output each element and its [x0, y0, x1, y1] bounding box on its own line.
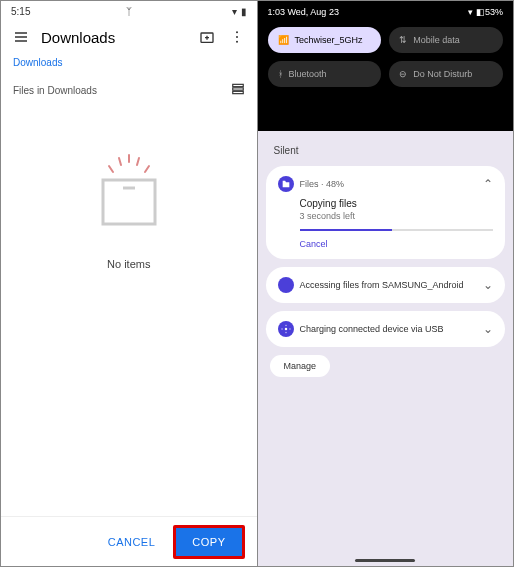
notif-text: Charging connected device via USB	[300, 324, 478, 334]
cancel-button[interactable]: CANCEL	[96, 528, 168, 556]
qs-bluetooth-tile[interactable]: ᚼ Bluetooth	[268, 61, 382, 87]
battery-text: 53%	[485, 7, 503, 17]
svg-rect-6	[232, 91, 243, 93]
bluetooth-icon: ᚼ	[278, 69, 283, 79]
usb-icon: ᛉ	[126, 6, 132, 17]
svg-point-2	[236, 36, 238, 38]
more-icon[interactable]	[227, 27, 247, 47]
copy-button[interactable]: COPY	[173, 525, 244, 559]
chevron-down-icon[interactable]: ⌄	[483, 278, 493, 292]
svg-point-3	[236, 41, 238, 43]
status-bar: 1:03 Wed, Aug 23 ▾ ◧53%	[268, 7, 504, 17]
silent-section-label: Silent	[266, 141, 506, 160]
notif-text: Accessing files from SAMSUNG_Android	[300, 280, 478, 290]
empty-folder-icon	[89, 148, 169, 238]
section-label: Files in Downloads	[13, 85, 97, 96]
svg-point-1	[236, 31, 238, 33]
qs-label: Bluetooth	[289, 69, 327, 79]
progress-bar	[300, 229, 494, 231]
svg-rect-5	[232, 88, 243, 90]
progress-fill	[300, 229, 393, 231]
notif-subtitle: 3 seconds left	[300, 211, 494, 221]
notif-app-name: Files	[300, 179, 319, 189]
mobile-data-icon: ⇅	[399, 35, 407, 45]
empty-state: No items	[1, 148, 257, 270]
svg-line-10	[137, 158, 139, 165]
wifi-icon: 📶	[278, 35, 289, 45]
new-folder-icon[interactable]	[197, 27, 217, 47]
status-icons: ᛉ	[126, 6, 136, 17]
chevron-up-icon[interactable]: ⌃	[483, 177, 493, 191]
section-header: Files in Downloads	[1, 72, 257, 108]
qs-wifi-tile[interactable]: 📶 Techwiser_5GHz	[268, 27, 382, 53]
empty-text: No items	[107, 258, 150, 270]
wifi-icon: ▾	[232, 6, 237, 17]
view-toggle-icon[interactable]	[231, 82, 245, 98]
app-bar: Downloads	[1, 21, 257, 53]
files-app-icon	[278, 176, 294, 192]
settings-icon	[278, 321, 294, 337]
status-time: 5:15	[11, 6, 30, 17]
status-time: 1:03 Wed, Aug 23	[268, 7, 339, 17]
quick-settings-panel: 1:03 Wed, Aug 23 ▾ ◧53% 📶 Techwiser_5GHz…	[258, 1, 514, 131]
page-title: Downloads	[41, 29, 187, 46]
wifi-icon: ▾	[468, 7, 473, 17]
qs-dnd-tile[interactable]: ⊖ Do Not Disturb	[389, 61, 503, 87]
notif-percent: 48%	[326, 179, 344, 189]
qs-label: Do Not Disturb	[413, 69, 472, 79]
svg-line-11	[145, 166, 149, 172]
svg-rect-4	[232, 84, 243, 86]
breadcrumb[interactable]: Downloads	[1, 53, 257, 72]
usb-icon	[278, 277, 294, 293]
qs-label: Techwiser_5GHz	[295, 35, 363, 45]
notification-charging[interactable]: Charging connected device via USB ⌄	[266, 311, 506, 347]
svg-line-7	[109, 166, 113, 172]
notification-copying[interactable]: Files · 48% ⌃ Copying files 3 seconds le…	[266, 166, 506, 259]
qs-mobile-data-tile[interactable]: ⇅ Mobile data	[389, 27, 503, 53]
status-bar: 5:15 ᛉ ▾ ▮	[1, 1, 257, 21]
svg-line-8	[119, 158, 121, 165]
nav-handle[interactable]	[355, 559, 415, 562]
notif-title: Copying files	[300, 198, 494, 209]
bottom-bar: CANCEL COPY	[1, 516, 257, 566]
battery-icon: ▮	[241, 6, 247, 17]
svg-point-14	[284, 328, 287, 331]
manage-button[interactable]: Manage	[270, 355, 331, 377]
menu-icon[interactable]	[11, 27, 31, 47]
dnd-icon: ⊖	[399, 69, 407, 79]
notif-cancel-action[interactable]: Cancel	[300, 239, 494, 249]
notification-accessing[interactable]: Accessing files from SAMSUNG_Android ⌄	[266, 267, 506, 303]
qs-label: Mobile data	[413, 35, 460, 45]
chevron-down-icon[interactable]: ⌄	[483, 322, 493, 336]
battery-icon: ◧	[476, 7, 485, 17]
notification-area: Silent Files · 48% ⌃ Copying files 3 sec…	[258, 131, 514, 387]
